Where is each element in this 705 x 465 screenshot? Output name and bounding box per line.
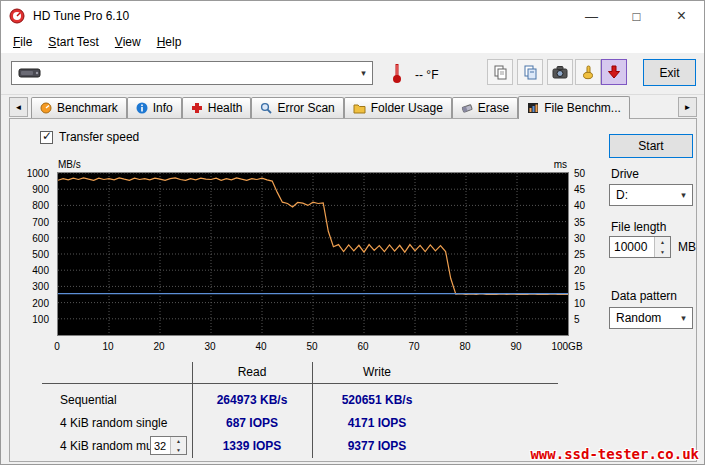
info-icon [136, 102, 148, 114]
toolbar: ▾ -- °F [1, 53, 704, 95]
tab-label: Health [208, 101, 243, 115]
hand-icon [580, 64, 596, 80]
copy-text-button[interactable] [487, 59, 513, 85]
magnifier-icon [260, 102, 272, 114]
maximize-button[interactable]: □ [614, 1, 659, 31]
copy-image-icon [522, 64, 538, 80]
axis-tick-label: 900 [32, 184, 49, 195]
file-length-unit: MB [678, 240, 696, 254]
transfer-speed-plot [58, 173, 568, 335]
queue-depth-spinner: ▲ ▼ [150, 436, 187, 455]
axis-tick-label: 30 [574, 233, 585, 244]
maximize-icon: □ [633, 9, 641, 24]
drive-icon [18, 67, 42, 79]
axis-tick-label: 400 [32, 265, 49, 276]
axis-tick-label: 25 [574, 249, 585, 260]
spinner-arrows: ▲ ▼ [170, 437, 186, 454]
tab-health[interactable]: Health [182, 97, 252, 118]
tab-error-scan[interactable]: Error Scan [251, 97, 343, 118]
start-button[interactable]: Start [609, 134, 693, 158]
copy-image-button[interactable] [517, 59, 543, 85]
title-bar: HD Tune Pro 6.10 — □ × [1, 1, 704, 31]
download-button[interactable] [601, 59, 627, 85]
exit-button[interactable]: Exit [643, 59, 696, 86]
tab-scroll-left-button[interactable]: ◄ [9, 97, 28, 117]
axis-tick-label: 600 [32, 233, 49, 244]
tab-label: Error Scan [277, 101, 334, 115]
download-arrow-icon [606, 64, 622, 80]
y-axis-right-title: ms [537, 159, 567, 170]
random-multi-read-value: 1339 IOPS [192, 439, 312, 453]
drive-value: D: [616, 188, 628, 202]
copy-icon [492, 64, 508, 80]
file-length-input[interactable] [610, 237, 650, 257]
check-icon: ✓ [42, 129, 52, 143]
scroll-right-icon: ► [684, 103, 692, 112]
thermometer-icon [392, 62, 402, 84]
spinner-up-button[interactable]: ▲ [171, 437, 186, 446]
tab-info[interactable]: Info [127, 97, 182, 118]
spinner-up-button[interactable]: ▲ [655, 237, 670, 247]
sequential-write-value: 520651 KB/s [312, 393, 442, 407]
transfer-speed-checkbox[interactable]: ✓ Transfer speed [40, 130, 139, 144]
caption-buttons: — □ × [569, 1, 704, 31]
drive-combo[interactable]: D: ▾ [609, 184, 693, 206]
menu-view[interactable]: View [107, 32, 149, 52]
spinner-down-button[interactable]: ▼ [171, 446, 186, 455]
screenshot-button[interactable] [547, 59, 573, 85]
axis-tick-label: 800 [32, 200, 49, 211]
tab-erase[interactable]: Erase [452, 97, 518, 118]
data-pattern-combo[interactable]: Random ▾ [609, 307, 693, 329]
transfer-speed-label: Transfer speed [59, 130, 139, 144]
eraser-icon [461, 102, 473, 114]
tab-benchmark[interactable]: Benchmark [31, 97, 127, 118]
pointer-button[interactable] [575, 59, 601, 85]
app-icon [9, 8, 25, 24]
data-pattern-value: Random [616, 311, 661, 325]
axis-tick-label: 15 [574, 281, 585, 292]
axis-tick-label: 80 [445, 341, 485, 352]
axis-tick-label: 20 [574, 265, 585, 276]
results-table: Read Write Sequential 264973 KB/s 520651… [42, 362, 558, 458]
tab-bar: ◄ Benchmark Info Health Error Scan [9, 95, 697, 118]
axis-tick-label: 100 [32, 314, 49, 325]
axis-tick-label: 200 [32, 298, 49, 309]
random-single-read-value: 687 IOPS [192, 416, 312, 430]
axis-tick-label: 10 [88, 341, 128, 352]
data-pattern-label: Data pattern [611, 289, 677, 303]
spinner-arrows: ▲ ▼ [654, 237, 670, 257]
axis-tick-label: 70 [394, 341, 434, 352]
tab-file-benchmark[interactable]: File Benchm... [518, 96, 630, 119]
drive-select-combo[interactable]: ▾ [11, 61, 373, 85]
temperature-value: -- °F [415, 68, 438, 82]
page-title: HD Tune Pro 6.10 [33, 9, 129, 23]
read-column-header: Read [192, 365, 312, 379]
drive-label: Drive [611, 167, 639, 181]
menu-file[interactable]: File [5, 32, 40, 52]
tab-label: Erase [478, 101, 509, 115]
table-divider [42, 383, 558, 384]
write-column-header: Write [312, 365, 442, 379]
scroll-left-icon: ◄ [15, 103, 23, 112]
tab-folder-usage[interactable]: Folder Usage [344, 97, 452, 118]
sequential-read-value: 264973 KB/s [192, 393, 312, 407]
temperature-button[interactable] [385, 58, 409, 88]
tab-scroll-right-button[interactable]: ► [678, 97, 697, 117]
axis-tick-label: 700 [32, 217, 49, 228]
y-axis-left: 1002003004005006007008009001000 [10, 173, 53, 337]
folder-icon [353, 103, 366, 114]
queue-depth-input[interactable] [151, 437, 169, 454]
spinner-down-button[interactable]: ▼ [655, 247, 670, 257]
row-label-sequential: Sequential [60, 393, 117, 407]
axis-tick-label: 500 [32, 249, 49, 260]
chevron-down-icon: ▾ [355, 62, 372, 84]
close-button[interactable]: × [659, 1, 704, 31]
axis-tick-label: 40 [241, 341, 281, 352]
axis-tick-label: 1000 [27, 168, 49, 179]
file-benchmark-icon [527, 102, 539, 114]
menu-bar: File Start Test View Help [1, 31, 704, 53]
minimize-button[interactable]: — [569, 1, 614, 31]
menu-help[interactable]: Help [149, 32, 190, 52]
menu-start-test[interactable]: Start Test [40, 32, 106, 52]
tab-label: Benchmark [57, 101, 118, 115]
